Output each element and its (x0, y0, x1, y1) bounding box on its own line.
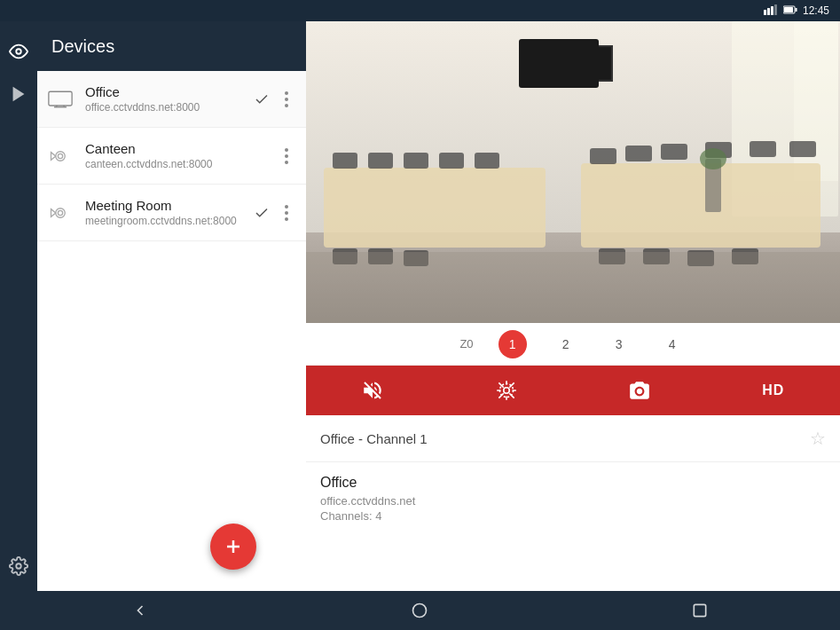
device-check-meeting (249, 205, 274, 221)
svg-rect-3 (774, 4, 777, 15)
device-item-office[interactable]: Office office.cctvddns.net:8000 (37, 71, 306, 128)
svg-marker-8 (13, 87, 25, 102)
channel-controls: Z0 1 2 3 4 (306, 323, 840, 366)
device-url-meeting: meetingroom.cctvddns.net:8000 (85, 215, 249, 227)
svg-rect-52 (694, 604, 705, 616)
status-bar: 12:45 (0, 0, 840, 21)
main-content: Z0 1 2 3 4 HD (306, 21, 840, 630)
svg-point-9 (16, 563, 21, 569)
device-info-canteen: Canteen canteen.cctvddns.net:8000 (85, 141, 249, 170)
device-info-office: Office office.cctvddns.net:8000 (85, 84, 249, 114)
svg-rect-25 (519, 39, 599, 88)
sidebar-play-icon[interactable] (0, 73, 37, 115)
three-dots-icon-canteen[interactable] (285, 148, 288, 164)
quality-button[interactable]: HD (747, 366, 800, 415)
status-time: 12:45 (803, 4, 829, 17)
device-list: Office office.cctvddns.net:8000 (37, 71, 306, 630)
nav-bar (0, 591, 840, 630)
svg-rect-28 (333, 153, 357, 169)
device-menu-meeting[interactable] (274, 205, 299, 221)
svg-rect-2 (771, 6, 773, 15)
favorite-star-button[interactable]: ☆ (810, 428, 826, 449)
svg-rect-26 (324, 168, 546, 248)
svg-rect-0 (764, 10, 766, 15)
device-monitor-icon (44, 83, 76, 115)
channel-info-row: Office - Channel 1 ☆ (306, 415, 840, 462)
sidebar-settings-icon[interactable] (0, 545, 37, 587)
add-device-fab[interactable] (210, 524, 256, 570)
back-button[interactable] (114, 591, 167, 630)
room-svg (306, 21, 840, 323)
svg-rect-30 (404, 153, 428, 169)
device-info-row: Office office.cctvddns.net Channels: 4 (306, 462, 840, 535)
device-name-canteen: Canteen (85, 141, 249, 156)
zoom-label: Z0 (459, 337, 473, 350)
device-url-office: office.cctvddns.net:8000 (85, 101, 249, 114)
svg-point-49 (504, 388, 510, 394)
three-dots-icon[interactable] (285, 91, 288, 107)
svg-rect-46 (306, 252, 840, 323)
svg-rect-33 (590, 148, 616, 164)
info-device-channels: Channels: 4 (320, 509, 826, 523)
snapshot-button[interactable] (613, 366, 666, 415)
camera-feed (306, 21, 840, 323)
camera-feed-bg (306, 21, 840, 323)
devices-header: Devices (37, 21, 306, 71)
device-menu-office[interactable] (274, 91, 299, 107)
svg-rect-13 (49, 91, 72, 106)
signal-icon (764, 4, 778, 17)
svg-rect-29 (368, 153, 393, 169)
recents-button[interactable] (673, 591, 726, 630)
quality-label: HD (762, 382, 784, 398)
three-dots-icon-meeting[interactable] (285, 205, 288, 221)
sidebar-eye-icon[interactable] (0, 30, 37, 73)
svg-rect-1 (767, 8, 770, 15)
device-url-canteen: canteen.cctvddns.net:8000 (85, 158, 249, 170)
device-item-canteen[interactable]: Canteen canteen.cctvddns.net:8000 (37, 128, 306, 185)
devices-title: Devices (51, 36, 114, 57)
home-button[interactable] (393, 591, 446, 630)
svg-rect-35 (661, 144, 687, 160)
device-camera-icon-canteen (44, 140, 76, 172)
channel-btn-4[interactable]: 4 (658, 330, 687, 358)
svg-rect-27 (581, 163, 820, 248)
device-info-meeting: Meeting Room meetingroom.cctvddns.net:80… (85, 198, 249, 227)
device-menu-canteen[interactable] (274, 148, 299, 164)
left-sidebar (0, 21, 37, 630)
svg-rect-5 (795, 8, 797, 12)
action-bar: HD (306, 366, 840, 415)
svg-rect-34 (625, 146, 652, 161)
svg-point-17 (56, 151, 66, 161)
svg-rect-37 (750, 141, 776, 157)
svg-point-48 (700, 148, 726, 169)
svg-point-20 (58, 210, 62, 215)
svg-rect-32 (475, 153, 499, 169)
svg-point-19 (56, 208, 66, 217)
svg-rect-38 (789, 141, 816, 157)
info-device-name: Office (320, 475, 826, 491)
device-name-office: Office (85, 84, 249, 99)
battery-icon (783, 4, 797, 17)
mute-button[interactable] (346, 366, 399, 415)
info-device-url: office.cctvddns.net (320, 494, 826, 508)
device-check-office (249, 91, 274, 107)
device-camera-icon-meeting (44, 197, 76, 229)
channel-btn-3[interactable]: 3 (605, 330, 633, 358)
devices-panel: Devices Office office.cctvddns.net:8000 (37, 21, 306, 630)
svg-rect-31 (439, 153, 464, 169)
channel-name-label: Office - Channel 1 (320, 431, 428, 446)
device-item-meeting[interactable]: Meeting Room meetingroom.cctvddns.net:80… (37, 185, 306, 241)
device-name-meeting: Meeting Room (85, 198, 249, 213)
channel-btn-2[interactable]: 2 (552, 330, 580, 358)
ptz-button[interactable] (480, 366, 533, 415)
svg-point-7 (16, 49, 21, 54)
svg-point-18 (58, 154, 62, 158)
svg-rect-6 (784, 7, 793, 12)
channel-btn-1[interactable]: 1 (499, 330, 527, 358)
svg-point-51 (413, 604, 427, 618)
